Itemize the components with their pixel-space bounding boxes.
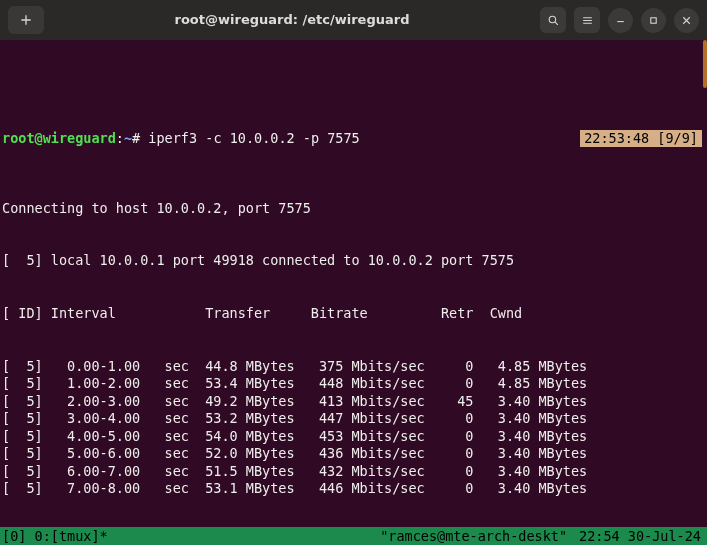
new-tab-button[interactable] [8, 6, 44, 34]
scrollbar-thumb[interactable] [703, 40, 707, 88]
table-row: [ 5] 3.00-4.00 sec 53.2 MBytes 447 Mbits… [2, 410, 702, 428]
svg-point-0 [549, 16, 556, 23]
svg-rect-1 [651, 17, 656, 22]
pane1-user-host: root@wireguard [2, 130, 116, 146]
tmux-status-left: [0] 0:[tmux]* [0, 527, 108, 545]
pane1-status-stamp: 22:53:48 [9/9] [580, 130, 702, 148]
pane1-local-line: [ 5] local 10.0.0.1 port 49918 connected… [2, 252, 702, 270]
pane1-header: [ ID] Interval Transfer Bitrate Retr Cwn… [2, 305, 702, 323]
pane1-rows: [ 5] 0.00-1.00 sec 44.8 MBytes 375 Mbits… [2, 358, 702, 498]
table-row: [ 5] 1.00-2.00 sec 53.4 MBytes 448 Mbits… [2, 375, 702, 393]
terminal-viewport[interactable]: 22:53:48 [9/9]root@wireguard:~# iperf3 -… [0, 40, 707, 527]
table-row: [ 5] 2.00-3.00 sec 49.2 MBytes 413 Mbits… [2, 393, 702, 411]
search-button[interactable] [540, 7, 566, 33]
tmux-status-bar: [0] 0:[tmux]* "ramces@mte-arch-deskt" 22… [0, 527, 707, 545]
table-row: [ 5] 0.00-1.00 sec 44.8 MBytes 375 Mbits… [2, 358, 702, 376]
tmux-status-host: "ramces@mte-arch-deskt" [374, 527, 573, 545]
tmux-status-clock: 22:54 30-Jul-24 [573, 527, 707, 545]
table-row: [ 5] 6.00-7.00 sec 51.5 MBytes 432 Mbits… [2, 463, 702, 481]
hamburger-menu-button[interactable] [574, 7, 600, 33]
window-titlebar: root@wireguard: /etc/wireguard [0, 0, 707, 40]
window-title: root@wireguard: /etc/wireguard [175, 12, 410, 29]
pane1-prompt-line: 22:53:48 [9/9]root@wireguard:~# iperf3 -… [2, 130, 702, 148]
pane1-command: iperf3 -c 10.0.0.2 -p 7575 [148, 130, 359, 146]
table-row: [ 5] 5.00-6.00 sec 52.0 MBytes 436 Mbits… [2, 445, 702, 463]
close-button[interactable] [674, 8, 699, 33]
pane1-path: ~ [124, 130, 132, 146]
maximize-button[interactable] [641, 8, 666, 33]
pane1-prompt-symbol: # [132, 130, 140, 146]
minimize-button[interactable] [608, 8, 633, 33]
table-row: [ 5] 4.00-5.00 sec 54.0 MBytes 453 Mbits… [2, 428, 702, 446]
pane1-connecting: Connecting to host 10.0.0.2, port 7575 [2, 200, 702, 218]
table-row: [ 5] 7.00-8.00 sec 53.1 MBytes 446 Mbits… [2, 480, 702, 498]
